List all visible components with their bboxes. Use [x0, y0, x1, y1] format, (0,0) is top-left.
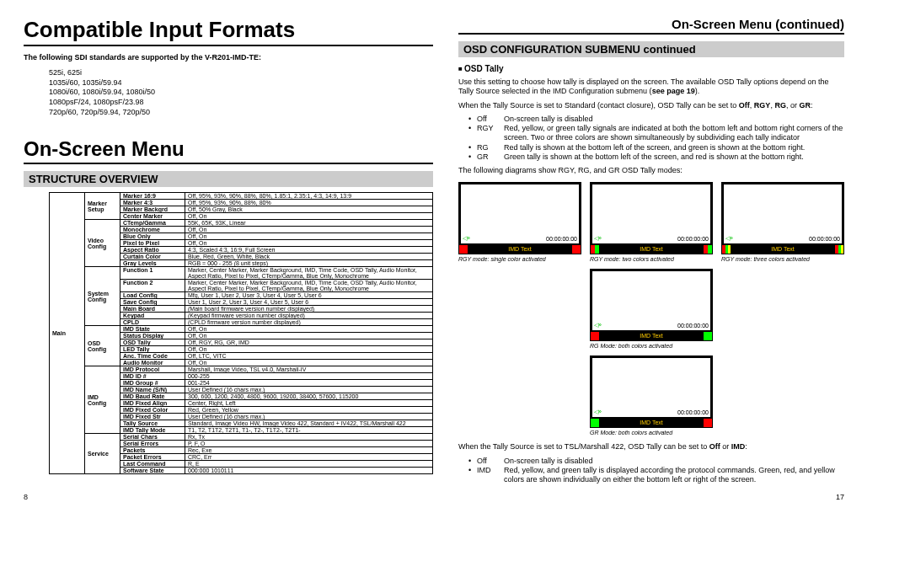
- heading-structure: STRUCTURE OVERVIEW: [24, 171, 433, 187]
- table-row: IMDConfigIMD ProtocolMarshall, Image Vid…: [50, 366, 433, 373]
- param-cell: Pixel to Pixel: [120, 240, 185, 247]
- value-cell: T1, T2, T1T2, T2T1, T1-, T2-, T1T2-, T2T…: [185, 427, 433, 434]
- param-cell: Anc. Time Code: [120, 353, 185, 360]
- value-cell: RGB = 000 - 255 (8 unit steps): [185, 260, 433, 267]
- diagram-rgy-1: ◁» 00:00:00:00 IMD Text RGY mode: single…: [458, 182, 581, 262]
- format-line: 720p/60, 720p/59.94, 720p/50: [49, 108, 433, 118]
- speaker-icon: ◁»: [594, 235, 602, 242]
- param-cell: IMD Fixed Align: [120, 400, 185, 407]
- param-cell: Marker 16:9: [120, 193, 185, 200]
- heading-continued: On-Screen Menu (continued): [458, 17, 844, 35]
- table-row: VideoConfigCTemp/Gamma55K, 65K, 93K, Lin…: [50, 220, 433, 227]
- timecode: 00:00:00:00: [677, 409, 709, 415]
- param-cell: IMD ID #: [120, 373, 185, 380]
- value-cell: Marshall, Image Video, TSL v4.0, Marshal…: [185, 366, 433, 373]
- value-cell: 4:3, Scaled 4:3, 16:9, Full Screen: [185, 247, 433, 254]
- table-row: MainMarkerSetupMarker 16:9Off, 95%, 93%,…: [50, 193, 433, 200]
- param-cell: Load Config: [120, 292, 185, 299]
- param-cell: Monochrome: [120, 227, 185, 233]
- diagram-row-2: ◁» 00:00:00:00 IMD Text RG Mode: both co…: [590, 269, 844, 349]
- category-cell: Service: [85, 434, 120, 474]
- value-cell: P, F, O: [185, 441, 433, 447]
- timecode: 00:00:00:00: [677, 236, 709, 242]
- heading-onscreen: On-Screen Menu: [24, 137, 433, 164]
- param-cell: Status Display: [120, 333, 185, 339]
- param-cell: IMD Baud Rate: [120, 393, 185, 400]
- paragraph-1: Use this setting to choose how tally is …: [458, 78, 844, 97]
- table-row: SystemConfigFunction 1Marker, Center Mar…: [50, 267, 433, 280]
- param-cell: Center Marker: [120, 213, 185, 220]
- speaker-icon: ◁»: [594, 409, 602, 415]
- param-cell: Aspect Ratio: [120, 247, 185, 254]
- param-cell: IMD Fixed Str: [120, 414, 185, 420]
- param-cell: Main Board: [120, 306, 185, 313]
- param-cell: Audio Monitor: [120, 360, 185, 366]
- page-number: 17: [836, 493, 844, 501]
- value-cell: R, E: [185, 461, 433, 468]
- option-row: • IMD Red, yellow, and green tally is di…: [468, 466, 844, 485]
- value-cell: Rx, Tx: [185, 434, 433, 441]
- param-cell: Last Command: [120, 461, 185, 468]
- speaker-icon: ◁»: [725, 235, 733, 242]
- diagram-rgy-3: ◁» 00:00:00:00 IMD Text RGY mode: three …: [721, 182, 844, 262]
- value-cell: Mfg, User 1, User 2, User 3, User 4, Use…: [185, 292, 433, 299]
- timecode: 00:00:00:00: [546, 236, 577, 242]
- value-cell: Marker, Center Marker, Marker Background…: [185, 267, 433, 280]
- param-cell: OSD Tally: [120, 339, 185, 346]
- table-row: ServiceSerial CharsRx, Tx: [50, 434, 433, 441]
- value-cell: Center, Right, Left: [185, 400, 433, 407]
- paragraph-3: The following diagrams show RGY, RG, and…: [458, 166, 844, 175]
- menu-structure-table: MainMarkerSetupMarker 16:9Off, 95%, 93%,…: [49, 192, 433, 474]
- page-number: 8: [24, 493, 28, 501]
- value-cell: Off, 95%, 93%, 90%, 88%, 80%, 1.85:1, 2.…: [185, 193, 433, 200]
- speaker-icon: ◁»: [594, 322, 602, 329]
- value-cell: (Main board firmware version number disp…: [185, 306, 433, 313]
- param-cell: IMD Group #: [120, 380, 185, 387]
- param-cell: Marker Backgrd: [120, 206, 185, 213]
- value-cell: Blue, Red, Green, White, Black: [185, 254, 433, 260]
- param-cell: Serial Errors: [120, 441, 185, 447]
- heading-osd-config: OSD CONFIGURATION SUBMENU continued: [458, 41, 844, 57]
- format-line: 1080i/60, 1080i/59.94, 1080i/50: [49, 88, 433, 98]
- paragraph-2: When the Tally Source is set to Standard…: [458, 101, 844, 110]
- option-row: • Off On-screen tally is disabled: [468, 115, 844, 124]
- value-cell: Off, LTC, VITC: [185, 353, 433, 360]
- value-cell: User Defined (16 chars max.): [185, 414, 433, 420]
- param-cell: IMD Name (S/N): [120, 387, 185, 393]
- param-cell: Keypad: [120, 313, 185, 319]
- format-line: 1080psF/24, 1080psF/23.98: [49, 98, 433, 108]
- diagram-rgy-2: ◁» 00:00:00:00 IMD Text RGY mode: two co…: [590, 182, 713, 262]
- value-cell: Off, 95%, 93%, 90%, 88%, 80%: [185, 200, 433, 206]
- value-cell: Off, On: [185, 360, 433, 366]
- param-cell: IMD Tally Mode: [120, 427, 185, 434]
- category-cell: OSDConfig: [85, 326, 120, 366]
- value-cell: User Defined (16 chars max.): [185, 387, 433, 393]
- value-cell: 300, 600, 1200, 2400, 4800, 9600, 19200,…: [185, 393, 433, 400]
- value-cell: Red, Green, Yellow: [185, 407, 433, 414]
- intro-text: The following SDI standards are supporte…: [24, 53, 433, 61]
- param-cell: Software State: [120, 468, 185, 474]
- param-cell: CTemp/Gamma: [120, 220, 185, 227]
- timecode: 00:00:00:00: [677, 323, 709, 329]
- value-cell: 001-254: [185, 380, 433, 387]
- format-list: 525i, 625i1035i/60, 1035i/59.941080i/60,…: [49, 68, 433, 117]
- table-row: OSDConfigIMD StateOff, On: [50, 326, 433, 333]
- options-list-1: • Off On-screen tally is disabled • RGY …: [468, 115, 844, 162]
- value-cell: Off, On: [185, 233, 433, 240]
- value-cell: Rec, Exe: [185, 447, 433, 454]
- value-cell: Standard, Image Video HW, Image Video 42…: [185, 420, 433, 427]
- value-cell: Off, 50% Gray, Black: [185, 206, 433, 213]
- param-cell: IMD Fixed Color: [120, 407, 185, 414]
- param-cell: Function 2: [120, 280, 185, 292]
- param-cell: Blue Only: [120, 233, 185, 240]
- option-row: • GR Green tally is shown at the bottom …: [468, 152, 844, 162]
- main-cell: Main: [50, 193, 85, 474]
- value-cell: Off, On: [185, 213, 433, 220]
- param-cell: Function 1: [120, 267, 185, 280]
- option-row: • Off On-screen tally is disabled: [468, 457, 844, 466]
- right-page: On-Screen Menu (continued) OSD CONFIGURA…: [458, 17, 844, 488]
- value-cell: (CPLD firmware version number displayed): [185, 319, 433, 326]
- param-cell: Serial Chars: [120, 434, 185, 441]
- value-cell: 55K, 65K, 93K, Linear: [185, 220, 433, 227]
- param-cell: Save Config: [120, 299, 185, 306]
